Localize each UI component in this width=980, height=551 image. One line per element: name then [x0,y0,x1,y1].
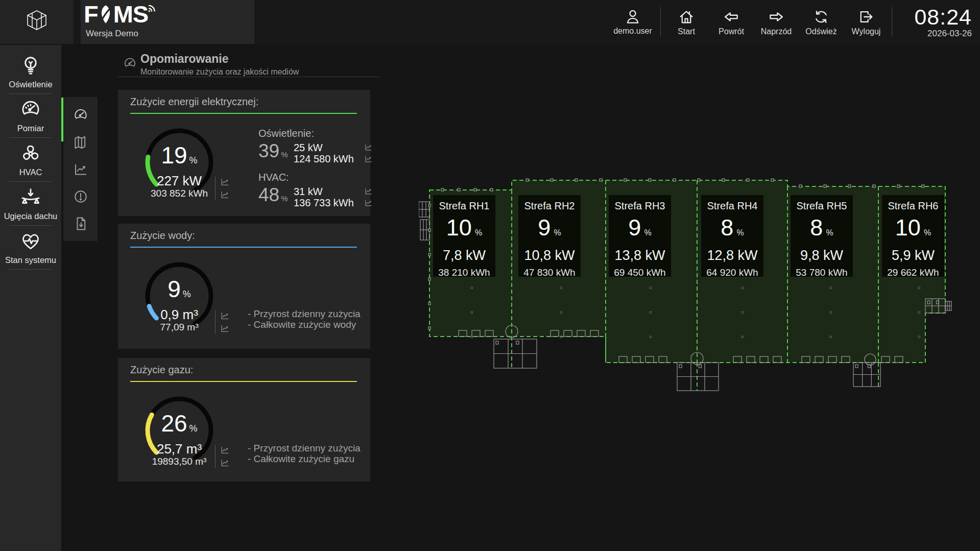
logout-button[interactable]: Wyloguj [844,8,889,36]
sub-label-lighting: Oświetlenie: [258,128,368,139]
chart-link-icon[interactable] [364,155,373,163]
clock: 08:24 2026-03-26 [899,6,972,39]
back-button[interactable]: Powrót [709,8,754,36]
user-name: demo.user [613,27,652,36]
header-divider [118,77,380,77]
divider [215,445,216,468]
start-button[interactable]: Start [664,8,709,36]
chart-link-icon[interactable] [364,143,373,152]
zone-rh6[interactable]: Strefa RH6 10% 5,9 kW 29 662 kWh [882,195,944,277]
chart-link-icon[interactable] [364,199,373,207]
version-label: Wersja Demo [86,29,138,39]
brand: F MS Wersja Demo [81,0,254,44]
zone-rh1[interactable]: Strefa RH1 10% 7,8 kW 38 210 kWh [433,195,495,277]
sidebar-item-stan-systemu[interactable]: Stan systemu [0,226,61,270]
chart-link-icon[interactable] [364,187,373,196]
energy-power: 227 kW [142,174,216,188]
energy-total: 303 852 kWh [142,188,216,199]
water-daily: 0,9 m³ [142,308,216,322]
heart-pulse-icon [20,231,41,252]
divider [215,310,216,334]
gas-total: 19893,50 m³ [142,457,216,467]
card-gas: Zużycie gazu: 26% 25,7 m³ 19893,50 m³ - … [118,358,370,482]
arrow-right-icon [768,8,785,26]
card-title: Zużycie energii elektrycznej: [130,96,258,108]
chart-link-icon[interactable] [220,445,230,455]
topbar-actions: demo.user Start [608,0,980,44]
chart-link-icon[interactable] [220,190,230,200]
view-toolbar [63,97,98,241]
foms-logo: F MS [84,1,158,28]
chart-link-icon[interactable] [220,458,230,468]
chart-link-icon[interactable] [220,324,230,333]
gauge-icon [20,99,41,121]
alerts-view-button[interactable] [73,189,88,204]
company-logo[interactable] [0,0,74,44]
card-accent-rule [130,247,357,248]
water-total: 77,09 m³ [142,322,216,332]
topbar-separator [892,7,892,37]
sidebar: Oświetlenie Pomiar [0,45,61,551]
building-logo-icon [22,8,51,36]
logout-icon [857,8,875,26]
roof-deflection-icon [20,187,41,208]
topbar: F MS Wersja Demo [0,0,980,44]
sub-row-hvac: 48% 31 kW 136 733 kWh [258,185,368,209]
zone-rh3[interactable]: Strefa RH3 9% 13,8 kW 69 450 kWh [609,195,671,277]
zone-rh4[interactable]: Strefa RH4 8% 12,8 kW 64 920 kWh [701,195,763,277]
chart-link-icon[interactable] [220,311,230,321]
gas-daily: 25,7 m³ [142,442,216,456]
card-accent-rule [130,381,357,382]
forward-button[interactable]: Naprzód [754,8,799,36]
card-accent-rule [130,113,357,114]
card-title: Zużycie wody: [130,230,195,242]
user-menu[interactable]: demo.user [608,8,657,36]
refresh-button[interactable]: Odśwież [799,8,844,36]
arrow-left-icon [723,8,740,26]
page-title: Opomiarowanie [140,52,229,66]
signal-icon [147,3,157,13]
card-water: Zużycie wody: 9% 0,9 m³ 77,09 m³ - Przyr… [118,224,370,349]
time-display: 08:24 [899,6,972,28]
map-view-button[interactable] [73,135,88,150]
fan-icon [20,143,41,164]
metering-view-button[interactable] [73,108,88,123]
water-legend: - Przyrost dzienny zużycia - Całkowite z… [248,308,361,330]
floorplan [419,174,960,403]
report-export-button[interactable] [73,216,88,231]
card-electric-energy: Zużycie energii elektrycznej: 19% 227 kW… [118,90,370,216]
sidebar-item-ugiecia-dachu[interactable]: Ugięcia dachu [0,182,61,226]
page-gauge-icon [123,57,137,70]
sidebar-item-hvac[interactable]: HVAC [0,138,61,182]
sub-label-hvac: HVAC: [258,172,368,183]
charts-view-button[interactable] [73,162,88,177]
energy-percent: 19% [142,143,216,173]
date-display: 2026-03-26 [899,29,972,39]
water-percent: 9% [142,277,216,306]
refresh-icon [812,8,830,26]
app-window: F MS Wersja Demo [0,0,980,551]
leaf-icon [99,4,113,25]
gas-percent: 26% [142,411,216,441]
sidebar-item-oswietlenie[interactable]: Oświetlenie [0,50,61,94]
topbar-separator [660,7,661,37]
sub-row-lighting: 39% 25 kW 124 580 kWh [258,141,368,165]
page-subtitle: Monitorowanie zużycia oraz jakości medió… [140,67,299,77]
user-icon [624,8,641,26]
divider [215,177,216,200]
gas-legend: - Przyrost dzienny zużycia - Całkowite z… [248,443,361,464]
card-title: Zużycie gazu: [130,364,193,376]
chart-link-icon[interactable] [220,177,230,187]
sidebar-item-pomiar[interactable]: Pomiar [0,94,61,138]
bulb-icon [20,55,41,77]
brand-letter-f: F [84,1,98,28]
home-icon [678,8,695,26]
zone-rh2[interactable]: Strefa RH2 9% 10,8 kW 47 830 kWh [518,195,581,277]
zone-rh5[interactable]: Strefa RH5 8% 9,8 kW 53 780 kWh [791,195,853,277]
brand-letters-ms: MS [113,1,149,28]
